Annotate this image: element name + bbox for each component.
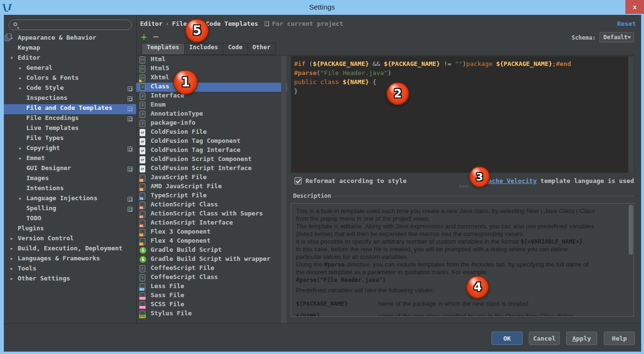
sidebar-item-inspections[interactable]: Inspections (4, 94, 136, 104)
tab-includes[interactable]: Includes (185, 43, 223, 55)
template-item-coldfusion-tag-component[interactable]: CFColdFusion Tag Component (136, 137, 287, 146)
chevron-right-icon[interactable]: ▶ (11, 247, 18, 251)
template-list-scrollbar[interactable] (281, 55, 286, 323)
template-item-actionscript-class-with-supers[interactable]: ASActionScript Class with Supers (136, 210, 287, 219)
remove-template-button[interactable]: − (151, 32, 161, 42)
apply-button[interactable]: Apply (566, 332, 597, 345)
template-item-scss-file[interactable]: SASSSCSS File (136, 300, 287, 310)
chevron-right-icon[interactable]: ▶ (19, 76, 26, 80)
close-icon[interactable]: x (625, 0, 644, 14)
template-item-coldfusion-script-component[interactable]: CFColdFusion Script Component (136, 155, 287, 164)
reformat-checkbox[interactable] (295, 177, 302, 184)
template-item-xhtml[interactable]: <>Xhtml (136, 74, 287, 83)
template-editor[interactable]: #if (${PACKAGE_NAME} && ${PACKAGE_NAME} … (291, 56, 634, 173)
description-scrollbar[interactable] (629, 205, 633, 255)
sidebar-item-emmet[interactable]: ▶Emmet (4, 154, 136, 164)
html-file-icon: <> (140, 56, 145, 64)
template-item-flex-3-component[interactable]: <>Flex 3 Component (136, 228, 287, 237)
sidebar-item-code-style[interactable]: ▶Code Style (4, 84, 136, 94)
template-item-coldfusion-script-interface[interactable]: CFColdFusion Script Interface (136, 164, 287, 173)
ok-button[interactable]: OK (491, 332, 523, 345)
sidebar-item-keymap[interactable]: Keymap (4, 44, 136, 54)
chevron-right-icon[interactable]: ▶ (19, 156, 26, 161)
sidebar-item-language-injections[interactable]: ▶Language Injections (4, 194, 136, 204)
chevron-right-icon[interactable]: ▶ (19, 66, 26, 70)
template-item-html[interactable]: <>Html (136, 55, 287, 64)
help-button[interactable]: Help (604, 332, 635, 345)
actionscript-file-icon: AS (140, 202, 145, 209)
chevron-right-icon[interactable]: ▶ (11, 277, 18, 281)
sidebar-item-label: Other Settings (18, 275, 70, 282)
sidebar-item-other-settings[interactable]: ▶Other Settings (4, 275, 136, 285)
template-item-annotationtype[interactable]: JAnnotationType (136, 110, 287, 119)
chevron-right-icon[interactable]: ▶ (11, 257, 18, 261)
template-item-gradle-build-script[interactable]: GGradle Build Script (136, 246, 287, 255)
modified-indicator-icon (128, 107, 132, 111)
sidebar-item-file-types[interactable]: File Types (4, 134, 136, 144)
template-item-coffeescript-file[interactable]: cCoffeeScript File (136, 264, 287, 273)
sidebar-item-editor[interactable]: ▼Editor (4, 54, 136, 64)
template-item-coffeescript-class[interactable]: cCoffeeScript Class (136, 273, 287, 282)
template-code: #if (${PACKAGE_NAME} && ${PACKAGE_NAME} … (294, 59, 571, 96)
template-item-enum[interactable]: JEnum (136, 101, 287, 110)
add-template-button[interactable]: + (139, 32, 149, 42)
chevron-right-icon[interactable]: ▶ (19, 86, 26, 90)
schema-value: Default (603, 34, 628, 41)
splitter-grip-icon[interactable] (459, 185, 468, 188)
sidebar-item-colors-fonts[interactable]: ▶Colors & Fonts (4, 74, 136, 84)
sidebar-item-spelling[interactable]: Spelling (4, 204, 136, 215)
sidebar-item-live-templates[interactable]: Live Templates (4, 124, 136, 134)
sidebar-item-copyright[interactable]: ▶Copyright (4, 144, 136, 154)
reset-link[interactable]: Reset (617, 20, 636, 27)
search-input[interactable] (22, 21, 129, 29)
breadcrumb-section[interactable]: Editor (140, 20, 163, 27)
editor-scrollbar[interactable] (628, 56, 633, 172)
chevron-right-icon[interactable]: ▶ (19, 196, 26, 201)
template-item-amd-javascript-file[interactable]: JSAMD JavaScript File (136, 182, 287, 192)
template-item-actionscript-class[interactable]: ASActionScript Class (136, 201, 287, 210)
template-item-interface[interactable]: JInterface (136, 92, 287, 101)
sidebar-item-todo[interactable]: TODO (4, 215, 136, 225)
description-content: This is a built-in template used each ti… (296, 207, 625, 317)
sidebar-item-file-and-code-templates[interactable]: File and Code Templates (4, 104, 136, 114)
modified-indicator-icon (128, 147, 132, 151)
sidebar-item-version-control[interactable]: ▶Version Control (4, 235, 136, 245)
sidebar-item-tools[interactable]: ▶Tools (4, 265, 136, 275)
tab-other[interactable]: Other (248, 43, 276, 55)
sidebar-item-general[interactable]: ▶General (4, 64, 136, 74)
schema-dropdown[interactable]: Default (600, 32, 634, 43)
template-item-actionscript-interface[interactable]: ASActionScript Interface (136, 219, 287, 228)
chevron-down-icon[interactable]: ▼ (11, 56, 18, 60)
template-item-coldfusion-file[interactable]: CFColdFusion File (136, 128, 287, 137)
revert-template-button[interactable]: ↻ (4, 32, 13, 42)
template-item-html5[interactable]: <>Html5 (136, 64, 287, 74)
sidebar-item-appearance-behavior[interactable]: ▶Appearance & Behavior (4, 34, 136, 44)
template-item-package-info[interactable]: Jpackage-info (136, 119, 287, 128)
sidebar-item-plugins[interactable]: Plugins (4, 225, 136, 235)
title-bar[interactable]: JI Settings x (0, 0, 644, 15)
chevron-right-icon[interactable]: ▶ (11, 267, 18, 271)
settings-dialog: ▶Appearance & BehaviorKeymap▼Editor▶Gene… (4, 15, 641, 352)
cancel-button[interactable]: Cancel (529, 332, 560, 345)
description-line: The template is editable. Along with Jav… (296, 223, 625, 230)
template-item-coldfusion-tag-interface[interactable]: CFColdFusion Tag Interface (136, 146, 287, 155)
tab-code[interactable]: Code (223, 43, 248, 55)
template-item-flex-4-component[interactable]: <>Flex 4 Component (136, 237, 287, 246)
template-item-sass-file[interactable]: SASSSass File (136, 291, 287, 300)
template-item-stylus-file[interactable]: STYLStylus File (136, 310, 287, 319)
sidebar-item-images[interactable]: Images (4, 174, 136, 184)
chevron-right-icon[interactable]: ▶ (19, 146, 26, 150)
chevron-right-icon[interactable]: ▶ (11, 236, 18, 241)
sidebar-item-intentions[interactable]: Intentions (4, 184, 136, 194)
sidebar-item-file-encodings[interactable]: File Encodings (4, 114, 136, 124)
template-item-typescript-file[interactable]: TSTypeScript File (136, 192, 287, 201)
sidebar-item-languages-frameworks[interactable]: ▶Languages & Frameworks (4, 255, 136, 265)
template-item-class[interactable]: JClass (136, 83, 287, 92)
tab-templates[interactable]: Templates (142, 43, 185, 55)
search-box[interactable] (9, 20, 132, 30)
sidebar-item-build-execution-deployment[interactable]: ▶Build, Execution, Deployment (4, 245, 136, 255)
sidebar-item-gui-designer[interactable]: GUI Designer (4, 164, 136, 174)
template-item-gradle-build-script-with-wrapper[interactable]: GGradle Build Script with wrapper (136, 255, 287, 264)
template-item-javascript-file[interactable]: JSJavaScript File (136, 173, 287, 182)
template-item-less-file[interactable]: {L}Less File (136, 282, 287, 291)
